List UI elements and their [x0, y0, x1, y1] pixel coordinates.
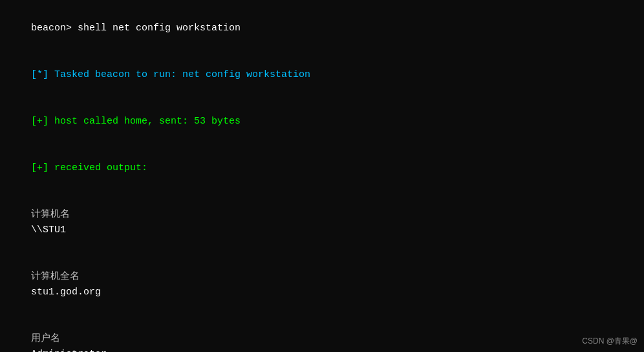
terminal: beacon> shell net config workstation [*]… — [0, 0, 644, 352]
tasked-line: [*] Tasked beacon to run: net config wor… — [8, 52, 636, 98]
host-called-line: [+] host called home, sent: 53 bytes — [8, 98, 636, 145]
host-called-text: [+] host called home, sent: 53 bytes — [31, 116, 241, 127]
username-value: Administrator — [31, 349, 107, 352]
received-output-line: [+] received output: — [8, 145, 636, 192]
computer-name-value: \\STU1 — [31, 225, 66, 236]
received-output-text: [+] received output: — [31, 162, 147, 173]
username-line: 用户名 Administrator — [8, 316, 636, 352]
watermark: CSDN @青果@ — [582, 336, 638, 347]
computer-fullname-label: 计算机全名 — [31, 269, 186, 285]
tasked-text: [*] Tasked beacon to run: net config wor… — [31, 69, 310, 80]
prompt-line: beacon> shell net config workstation — [8, 5, 636, 52]
computer-fullname-line: 计算机全名 stu1.god.org — [8, 254, 636, 316]
computer-name-label: 计算机名 — [31, 207, 186, 223]
username-label: 用户名 — [31, 331, 186, 347]
prompt-text: beacon> shell net config workstation — [31, 23, 241, 34]
computer-fullname-value: stu1.god.org — [31, 287, 101, 298]
computer-name-line: 计算机名 \\STU1 — [8, 192, 636, 254]
